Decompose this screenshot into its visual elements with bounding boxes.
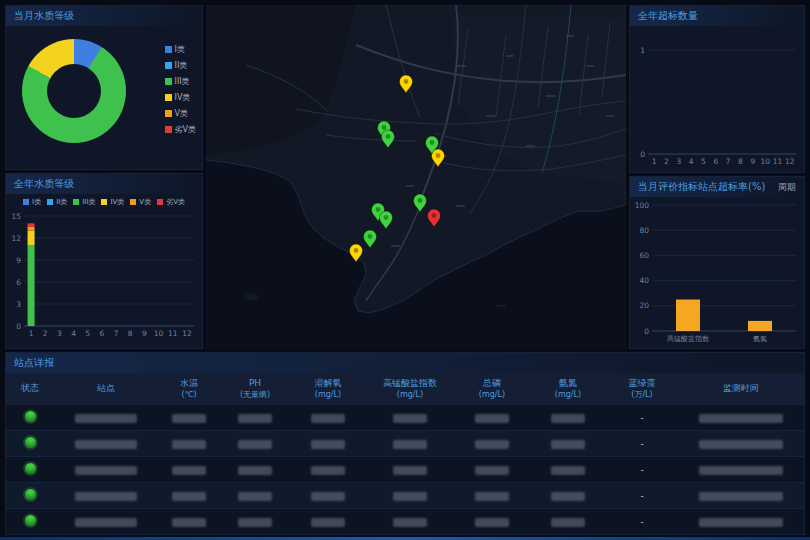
status-indicator [25,463,36,474]
annual-exceed-chart[interactable]: 01123456789101112 [632,26,802,168]
dashboard: 当月水质等级 I类II类III类IV类V类劣V类 全年水质等级 I类II类III… [0,0,810,540]
map-canvas [206,5,626,349]
masked-value [75,466,137,475]
legend-swatch [165,46,172,53]
top-section: 当月水质等级 I类II类III类IV类V类劣V类 全年水质等级 I类II类III… [5,5,805,349]
panel-title: 当月水质等级 [14,9,74,23]
svg-text:12: 12 [11,234,21,243]
monitor-time-masked [678,517,804,527]
svg-text:8: 8 [128,329,133,338]
masked-value [172,466,206,475]
legend-item-劣V类[interactable]: 劣V类 [165,124,196,135]
svg-text:12: 12 [182,329,192,338]
metric-value-masked [290,465,366,475]
table-row-1[interactable]: - [6,405,804,431]
masked-value [311,518,345,527]
legend-item-IV类[interactable]: IV类 [101,197,124,207]
metric-value-masked [220,413,290,423]
metric-value-masked [220,491,290,501]
column-header-10: 监测时间 [678,383,804,395]
svg-text:0: 0 [16,322,21,331]
svg-text:10: 10 [760,157,770,166]
panel-monthly-rate-header: 当月评价指标站点超标率(%) 周期 [630,177,804,197]
monthly-rate-chart[interactable]: 020406080100高锰酸盐指数氨氮 [632,197,802,345]
masked-value [393,492,427,501]
legend-item-III类[interactable]: III类 [73,197,95,207]
algae-value: - [606,491,678,501]
table-row-5[interactable]: - [6,509,804,534]
algae-value: - [606,439,678,449]
panel-station-report-header: 站点详报 [6,353,804,373]
svg-text:1: 1 [29,329,34,338]
panel-monthly-rate: 当月评价指标站点超标率(%) 周期 020406080100高锰酸盐指数氨氮 [629,176,805,349]
svg-text:6: 6 [713,157,718,166]
legend-item-II类[interactable]: II类 [165,60,196,71]
masked-value [75,440,137,449]
metric-value-masked [454,491,530,501]
metric-value-masked [220,465,290,475]
svg-text:11: 11 [773,157,783,166]
masked-value [75,518,137,527]
masked-value [311,440,345,449]
annual-grade-chart[interactable]: 03691215123456789101112 [8,208,200,340]
column-header-8: 氨氮(mg/L) [530,378,606,400]
masked-value [238,466,272,475]
table-row-2[interactable]: - [6,431,804,457]
svg-text:5: 5 [85,329,90,338]
legend-swatch [23,199,29,205]
column-header-6: 高锰酸盐指数(mg/L) [366,378,454,400]
table-row-4[interactable]: - [6,483,804,509]
masked-value [75,414,137,423]
status-indicator [25,411,36,422]
map[interactable] [206,5,626,349]
legend-item-IV类[interactable]: IV类 [165,92,196,103]
legend-item-V类[interactable]: V类 [165,108,196,119]
svg-text:20: 20 [639,301,649,310]
svg-text:氨氮: 氨氮 [753,335,767,343]
metric-value-masked [366,465,454,475]
metric-value-masked [290,413,366,423]
column-header-7: 总磷(mg/L) [454,378,530,400]
svg-text:11: 11 [168,329,178,338]
legend-item-V类[interactable]: V类 [130,197,151,207]
metric-value-masked [530,439,606,449]
panel-monthly-grade: 当月水质等级 I类II类III类IV类V类劣V类 [5,5,203,170]
masked-value [699,518,783,527]
legend-item-III类[interactable]: III类 [165,76,196,87]
masked-value [172,414,206,423]
station-name-masked [54,491,158,501]
svg-text:3: 3 [57,329,62,338]
monitor-time-masked [678,491,804,501]
legend-label: II类 [56,197,67,207]
legend-item-I类[interactable]: I类 [23,197,41,207]
masked-value [238,518,272,527]
svg-text:3: 3 [16,300,21,309]
legend-swatch [130,199,136,205]
legend-swatch [73,199,79,205]
legend-label: V类 [175,108,188,119]
svg-text:0: 0 [640,150,645,159]
column-header-2: 站点 [54,383,158,395]
metric-value-masked [530,413,606,423]
period-selector[interactable]: 周期 [778,181,796,194]
status-indicator [25,437,36,448]
metric-value-masked [158,491,220,501]
panel-annual-exceed: 全年超标数量 01123456789101112 [629,5,805,173]
panel-annual-exceed-header: 全年超标数量 [630,6,804,26]
algae-value: - [606,517,678,527]
metric-value-masked [290,517,366,527]
masked-value [393,466,427,475]
right-column: 全年超标数量 01123456789101112 当月评价指标站点超标率(%) … [629,5,805,349]
monthly-grade-donut-chart[interactable] [22,39,126,143]
legend-label: IV类 [110,197,124,207]
panel-annual-grade-header: 全年水质等级 [6,174,202,194]
legend-swatch [165,78,172,85]
legend-label: V类 [139,197,151,207]
svg-text:4: 4 [689,157,694,166]
station-name-masked [54,413,158,423]
legend-item-II类[interactable]: II类 [47,197,67,207]
legend-item-劣V类[interactable]: 劣V类 [157,197,185,207]
table-row-3[interactable]: - [6,457,804,483]
legend-item-I类[interactable]: I类 [165,44,196,55]
svg-text:2: 2 [43,329,48,338]
